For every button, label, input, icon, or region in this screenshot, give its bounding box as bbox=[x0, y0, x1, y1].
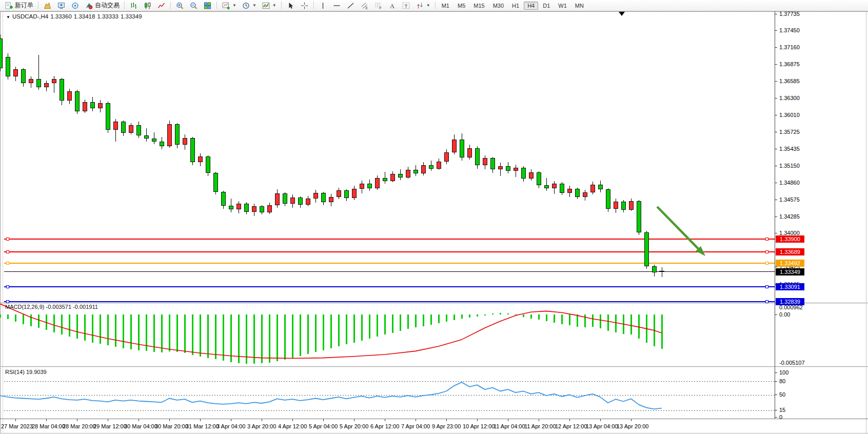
tile-windows-button[interactable] bbox=[201, 0, 214, 11]
price-line-handle[interactable] bbox=[6, 238, 9, 241]
arrows-button[interactable]: ▼ bbox=[413, 0, 432, 11]
arrows-icon bbox=[416, 2, 424, 10]
candle bbox=[390, 174, 395, 181]
chevron-down-icon[interactable]: ▼ bbox=[272, 3, 277, 8]
macd-histogram-bar bbox=[300, 314, 301, 356]
text-button[interactable]: A bbox=[386, 0, 399, 11]
timeframe-button-d1[interactable]: D1 bbox=[539, 2, 554, 10]
candle bbox=[175, 124, 180, 145]
channel-button[interactable]: E bbox=[358, 0, 371, 11]
chevron-down-icon[interactable]: ▼ bbox=[426, 3, 430, 8]
date-tick bbox=[15, 419, 16, 421]
text-label-button[interactable]: T bbox=[400, 0, 412, 11]
fibonacci-button[interactable]: F bbox=[372, 0, 385, 11]
macd-histogram-bar bbox=[638, 314, 640, 339]
macd-histogram-bar bbox=[30, 314, 32, 326]
macd-histogram-bar bbox=[477, 314, 478, 317]
price-line-handle[interactable] bbox=[765, 285, 768, 288]
price-line-handle[interactable] bbox=[765, 300, 768, 303]
new-order-button[interactable]: 新订单 bbox=[3, 0, 35, 11]
trendline-button[interactable] bbox=[344, 0, 357, 11]
timeframe-button-mn[interactable]: MN bbox=[571, 2, 587, 10]
toolbar-separator bbox=[281, 2, 282, 9]
date-label: 11 Apr 20:00 bbox=[524, 423, 556, 429]
line-chart-button[interactable] bbox=[155, 0, 168, 11]
price-line-badge: 1.33349 bbox=[776, 268, 804, 275]
macd-histogram-bar bbox=[176, 314, 178, 352]
macd-histogram-bar bbox=[600, 314, 601, 328]
date-label: 10 Apr 12:00 bbox=[463, 423, 495, 429]
price-line-1.32839[interactable] bbox=[4, 301, 775, 302]
timeframe-button-w1[interactable]: W1 bbox=[555, 2, 570, 10]
price-line-handle[interactable] bbox=[6, 250, 9, 253]
price-line-handle[interactable] bbox=[765, 262, 768, 265]
candle bbox=[52, 79, 56, 83]
terminal-button[interactable] bbox=[69, 0, 82, 11]
vertical-line-button[interactable] bbox=[317, 0, 329, 11]
crosshair-button[interactable] bbox=[298, 0, 311, 11]
timeframe-button-m5[interactable]: M5 bbox=[454, 2, 469, 10]
chevron-down-icon[interactable]: ▼ bbox=[232, 3, 236, 8]
price-line-1.33091[interactable] bbox=[4, 286, 775, 287]
new-chart-button[interactable]: ▼ bbox=[220, 0, 239, 11]
candle bbox=[252, 206, 257, 211]
candle bbox=[614, 202, 618, 209]
terminal-icon bbox=[71, 2, 80, 10]
macd-histogram-bar bbox=[184, 314, 186, 353]
toolbar: 新订单自动交易▼▼▼EFAT▼M1M5M15M30H1H4D1W1MN bbox=[0, 0, 868, 11]
candle bbox=[329, 197, 333, 202]
timeframe-button-m1[interactable]: M1 bbox=[438, 2, 453, 10]
fibonacci-icon: F bbox=[374, 2, 383, 10]
date-label: 13 Apr 20:00 bbox=[617, 423, 648, 429]
price-line-1.33492[interactable] bbox=[4, 263, 775, 264]
date-tick bbox=[539, 419, 539, 421]
macd-histogram-bar bbox=[169, 314, 170, 351]
price-line-handle[interactable] bbox=[6, 300, 9, 303]
macd-histogram-bar bbox=[554, 314, 555, 323]
bar-chart-button[interactable] bbox=[127, 0, 140, 11]
text-icon: A bbox=[388, 2, 397, 10]
candle bbox=[360, 184, 364, 189]
zoom-in-button[interactable] bbox=[173, 0, 186, 11]
horizontal-line-button[interactable] bbox=[330, 0, 343, 11]
date-tick bbox=[200, 419, 201, 421]
cursor-icon bbox=[286, 2, 295, 10]
macd-histogram-bar bbox=[92, 314, 93, 343]
timeframe-button-h1[interactable]: H1 bbox=[508, 2, 523, 10]
candle bbox=[298, 198, 303, 205]
date-label: 28 Mar 20:00 bbox=[63, 423, 96, 429]
clock-icon bbox=[242, 2, 250, 10]
timeframe-button-m15[interactable]: M15 bbox=[470, 2, 488, 10]
annotation-arrow-shaft bbox=[657, 207, 702, 252]
timeframe-button-h4[interactable]: H4 bbox=[524, 2, 538, 10]
price-line-handle[interactable] bbox=[765, 238, 768, 241]
price-line-1.33689[interactable] bbox=[4, 251, 775, 252]
market-watch-button[interactable] bbox=[41, 0, 54, 11]
price-line-badge: 1.33689 bbox=[776, 248, 804, 255]
candle bbox=[437, 162, 441, 169]
chart-shift-icon[interactable] bbox=[619, 12, 625, 16]
chevron-down-icon[interactable]: ▼ bbox=[252, 3, 257, 8]
cursor-button[interactable] bbox=[284, 0, 297, 11]
price-line-handle[interactable] bbox=[6, 262, 9, 265]
profiles-button[interactable]: ▼ bbox=[240, 0, 259, 11]
price-axis-line bbox=[775, 11, 775, 419]
timeframe-button-m30[interactable]: M30 bbox=[489, 2, 507, 10]
price-line-handle[interactable] bbox=[765, 250, 768, 253]
pane-separator bbox=[0, 303, 868, 304]
candle bbox=[452, 140, 457, 152]
price-line-1.33900[interactable] bbox=[4, 239, 775, 240]
candlestick-button[interactable] bbox=[141, 0, 154, 11]
indicators-button[interactable]: ▼ bbox=[260, 0, 279, 11]
navigator-button[interactable] bbox=[55, 0, 68, 11]
zoom-out-button[interactable] bbox=[187, 0, 200, 11]
macd-histogram-bar bbox=[361, 314, 363, 341]
date-tick bbox=[631, 419, 632, 421]
price-line-handle[interactable] bbox=[6, 285, 9, 288]
autotrade-button[interactable]: 自动交易 bbox=[83, 0, 122, 11]
date-label: 29 Mar 12:00 bbox=[93, 423, 127, 429]
price-tick bbox=[775, 115, 777, 115]
symbol-dropdown-icon[interactable]: ▼ bbox=[6, 15, 10, 19]
macd-histogram-bar bbox=[661, 314, 663, 349]
price-tick-label: 1.36875 bbox=[779, 61, 800, 67]
